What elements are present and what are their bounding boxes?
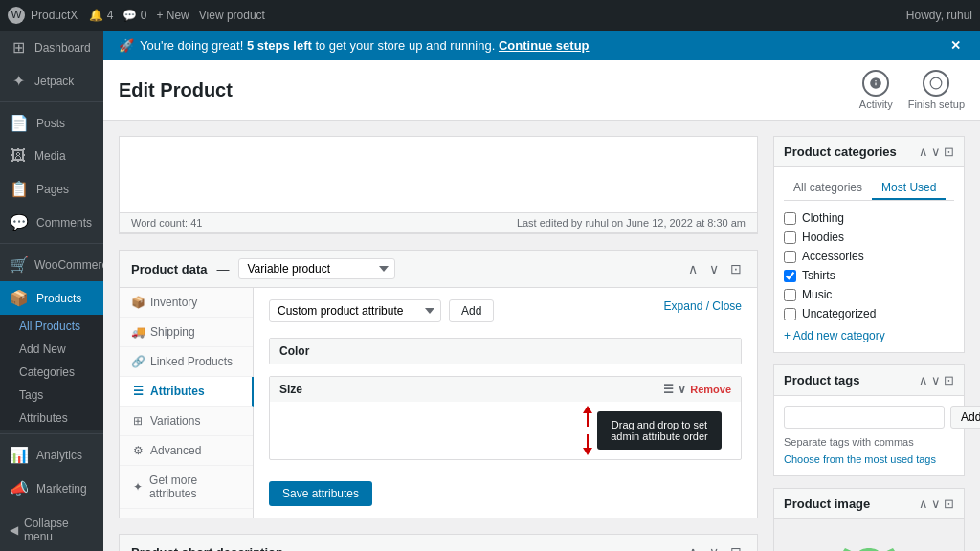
variations-tab-icon: ⊞ xyxy=(131,414,145,428)
activity-label: Activity xyxy=(859,99,893,110)
product-image-container[interactable] xyxy=(774,519,964,551)
sidebar-item-pages[interactable]: 📋 Pages xyxy=(0,172,103,206)
product-image-header-actions: ∧ ∨ ⊡ xyxy=(919,496,954,511)
sidebar-item-dashboard[interactable]: ⊞ Dashboard xyxy=(0,31,103,64)
collapse-menu-button[interactable]: ◀ Collapse menu xyxy=(0,509,103,551)
new-button[interactable]: + New xyxy=(156,9,189,22)
tags-input[interactable] xyxy=(784,406,945,429)
collapse-up-button[interactable]: ∧ xyxy=(684,259,702,278)
tab-get-more[interactable]: ✦ Get more attributes xyxy=(120,466,253,509)
main-column: Word count: 41 Last edited by ruhul on J… xyxy=(119,136,758,551)
banner-text: You're doing great! 5 steps left to get … xyxy=(140,38,590,53)
tab-advanced[interactable]: ⚙ Advanced xyxy=(120,436,253,466)
submenu-categories[interactable]: Categories xyxy=(0,361,103,384)
cat-item-clothing[interactable]: Clothing xyxy=(784,209,954,228)
adminbar-items: 🔔 4 💬 0 + New View product xyxy=(89,9,265,22)
dash-separator: — xyxy=(216,262,229,276)
cat-item-tshirts[interactable]: Tshirts xyxy=(784,266,954,285)
remove-attribute-link[interactable]: Remove xyxy=(690,384,731,395)
cat-checkbox-hoodies[interactable] xyxy=(784,231,796,244)
tab-linked-products[interactable]: 🔗 Linked Products xyxy=(120,347,253,377)
product-image-up-button[interactable]: ∧ xyxy=(919,496,928,511)
attribute-type-select[interactable]: Custom product attribute Color Size xyxy=(269,299,441,322)
short-desc-up-button[interactable]: ∧ xyxy=(684,542,702,551)
product-image-expand-button[interactable]: ⊡ xyxy=(944,496,954,511)
sidebar-item-jetpack[interactable]: ✦ Jetpack xyxy=(0,64,103,98)
product-editor: Word count: 41 Last edited by ruhul on J… xyxy=(119,136,758,234)
add-attribute-button[interactable]: Add xyxy=(449,299,494,322)
chevron-down-icon[interactable]: ∨ xyxy=(678,383,686,396)
cat-checkbox-clothing[interactable] xyxy=(784,212,796,225)
posts-icon: 📄 xyxy=(10,114,29,132)
sidebar-item-analytics[interactable]: 📊 Analytics xyxy=(0,438,103,472)
finish-setup-icon xyxy=(923,70,949,97)
sidebar-item-marketing[interactable]: 📣 Marketing xyxy=(0,472,103,505)
tab-inventory[interactable]: 📦 Inventory xyxy=(120,288,253,318)
most-used-tags-link[interactable]: Choose from the most used tags xyxy=(784,453,936,465)
product-description-area[interactable] xyxy=(120,137,757,213)
add-new-category-link[interactable]: + Add new category xyxy=(784,329,954,342)
collapse-down-button[interactable]: ∨ xyxy=(705,259,723,278)
product-image-down-button[interactable]: ∨ xyxy=(931,496,941,511)
site-logo[interactable]: W ProductX xyxy=(8,7,78,24)
product-type-select[interactable]: Variable product Simple product Grouped … xyxy=(238,258,395,279)
most-used-tab[interactable]: Most Used xyxy=(872,177,946,200)
expand-button[interactable]: ⊡ xyxy=(726,259,746,278)
cat-checkbox-music[interactable] xyxy=(784,289,796,301)
inventory-tab-icon: 📦 xyxy=(131,296,145,309)
sidebar-item-products[interactable]: 📦 Products xyxy=(0,281,103,315)
continue-setup-link[interactable]: Continue setup xyxy=(499,38,590,53)
cat-item-hoodies[interactable]: Hoodies xyxy=(784,228,954,247)
site-name[interactable]: ProductX xyxy=(31,9,78,22)
short-desc-expand-button[interactable]: ⊡ xyxy=(726,542,746,551)
submenu-tags[interactable]: Tags xyxy=(0,384,103,407)
short-desc-actions: ∧ ∨ ⊡ xyxy=(684,542,746,551)
cat-checkbox-uncategorized[interactable] xyxy=(784,308,796,320)
sidebar-item-media[interactable]: 🖼 Media xyxy=(0,140,103,172)
last-edited: Last edited by ruhul on June 12, 2022 at… xyxy=(517,217,746,229)
submenu-all-products[interactable]: All Products xyxy=(0,315,103,338)
cat-item-uncategorized[interactable]: Uncategorized xyxy=(784,304,954,323)
drag-arrow-up-container xyxy=(583,406,592,427)
tab-attributes[interactable]: ☰ Attributes xyxy=(120,377,254,407)
submenu-attributes[interactable]: Attributes xyxy=(0,407,103,430)
tags-header: Product tags ∧ ∨ ⊡ xyxy=(774,365,964,396)
categories-expand-button[interactable]: ⊡ xyxy=(944,144,954,159)
tab-shipping[interactable]: 🚚 Shipping xyxy=(120,318,253,347)
sidebar-item-comments[interactable]: 💬 Comments xyxy=(0,206,103,239)
tab-variations[interactable]: ⊞ Variations xyxy=(120,407,253,436)
cat-checkbox-tshirts[interactable] xyxy=(784,270,796,282)
finish-setup-button[interactable]: Finish setup xyxy=(908,70,965,110)
categories-panel: Product categories ∧ ∨ ⊡ All categories … xyxy=(773,136,965,353)
comments-count[interactable]: 💬 0 xyxy=(122,9,146,22)
banner-close-button[interactable]: ✕ xyxy=(947,38,965,53)
submenu-add-new[interactable]: Add New xyxy=(0,338,103,361)
product-data-actions: ∧ ∨ ⊡ xyxy=(684,259,746,278)
cat-item-music[interactable]: Music xyxy=(784,285,954,304)
tags-down-button[interactable]: ∨ xyxy=(931,373,941,387)
cat-item-accessories[interactable]: Accessories xyxy=(784,247,954,266)
media-icon: 🖼 xyxy=(10,147,27,165)
add-tag-button[interactable]: Add xyxy=(950,406,980,429)
activity-button[interactable]: Activity xyxy=(859,70,893,110)
sidebar-item-posts[interactable]: 📄 Posts xyxy=(0,106,103,140)
cat-checkbox-accessories[interactable] xyxy=(784,251,796,263)
all-categories-tab[interactable]: All categories xyxy=(784,177,872,200)
view-product-link[interactable]: View product xyxy=(199,9,265,22)
product-image-panel: Product image ∧ ∨ ⊡ xyxy=(773,488,965,551)
tags-input-row: Add xyxy=(784,406,954,429)
categories-down-button[interactable]: ∨ xyxy=(931,144,941,159)
tags-expand-button[interactable]: ⊡ xyxy=(944,373,954,387)
categories-up-button[interactable]: ∧ xyxy=(919,144,928,159)
attributes-content: Custom product attribute Color Size Add … xyxy=(254,288,757,518)
short-desc-down-button[interactable]: ∨ xyxy=(705,542,723,551)
notifications-count[interactable]: 🔔 4 xyxy=(89,9,113,22)
drag-handle-icon[interactable]: ☰ xyxy=(663,383,674,396)
page-header-actions: Activity Finish setup xyxy=(859,70,965,110)
size-attr-name: Size xyxy=(279,383,656,396)
save-attributes-button[interactable]: Save attributes xyxy=(269,481,372,506)
tags-up-button[interactable]: ∧ xyxy=(919,373,928,387)
sidebar-item-woocommerce[interactable]: 🛒 WooCommerce xyxy=(0,248,103,281)
jetpack-icon: ✦ xyxy=(10,72,27,90)
expand-close-link[interactable]: Expand / Close xyxy=(664,299,742,322)
